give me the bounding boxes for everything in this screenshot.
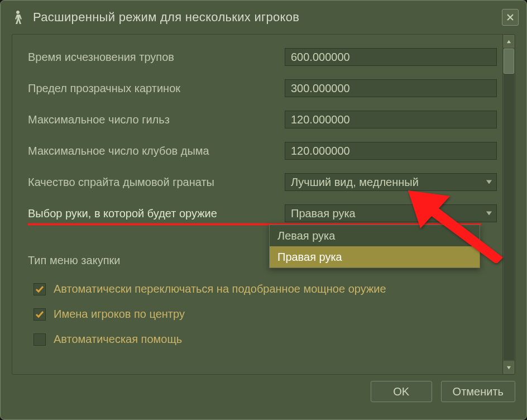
checkbox[interactable] xyxy=(33,333,46,346)
checkbox-label: Имена игроков по центру xyxy=(54,308,185,321)
checkbox[interactable] xyxy=(33,283,46,295)
settings-panel: Время исчезновения трупов600.000000Преде… xyxy=(12,34,515,375)
setting-label: Предел прозрачных картинок xyxy=(28,82,268,95)
content: Время исчезновения трупов600.000000Преде… xyxy=(1,34,526,419)
scroll-down-button[interactable] xyxy=(504,361,514,374)
setting-input[interactable]: 300.000000 xyxy=(285,79,497,97)
setting-select[interactable]: Лучший вид, медленный xyxy=(285,173,497,191)
setting-row: Выбор руки, в которой будет оружиеПравая… xyxy=(28,204,496,222)
setting-label: Время исчезновения трупов xyxy=(28,51,268,64)
close-button[interactable] xyxy=(502,9,519,26)
setting-label: Качество спрайта дымовой гранаты xyxy=(28,176,268,189)
setting-select[interactable]: Правая рука xyxy=(285,204,497,222)
setting-label: Выбор руки, в которой будет оружие xyxy=(28,207,268,220)
setting-row: Время исчезновения трупов600.000000 xyxy=(28,48,496,66)
hand-dropdown[interactable]: Левая рукаПравая рука xyxy=(269,225,480,268)
setting-input[interactable]: 120.000000 xyxy=(285,142,497,160)
dialog-footer: OK Отменить xyxy=(12,375,515,408)
setting-row: Максимальное число клубов дыма120.000000 xyxy=(28,142,496,160)
checkbox-label: Автоматически переключаться на подобранн… xyxy=(54,283,386,295)
settings-window: Расширенный режим для нескольких игроков… xyxy=(0,0,527,420)
setting-input[interactable]: 600.000000 xyxy=(285,48,497,66)
checkbox-label: Автоматическая помощь xyxy=(54,333,182,346)
setting-row: Качество спрайта дымовой гранатыЛучший в… xyxy=(28,173,496,191)
scrollbar[interactable] xyxy=(502,35,515,374)
ok-button[interactable]: OK xyxy=(371,381,432,402)
app-icon xyxy=(11,9,26,25)
scroll-thumb[interactable] xyxy=(504,49,514,74)
checkbox-row: Имена игроков по центру xyxy=(33,308,496,321)
setting-label: Тип меню закупки xyxy=(28,254,120,267)
scroll-track[interactable] xyxy=(504,49,514,360)
cancel-button[interactable]: Отменить xyxy=(441,381,515,402)
checkbox-row: Автоматическая помощь xyxy=(33,333,496,346)
setting-row: Предел прозрачных картинок300.000000 xyxy=(28,79,496,97)
dropdown-option[interactable]: Левая рука xyxy=(270,225,480,246)
dropdown-option[interactable]: Правая рука xyxy=(270,246,480,268)
window-title: Расширенный режим для нескольких игроков xyxy=(33,10,495,25)
scroll-up-button[interactable] xyxy=(504,35,514,47)
setting-input[interactable]: 120.000000 xyxy=(285,111,497,128)
setting-label: Максимальное число гильз xyxy=(28,113,268,126)
setting-label: Максимальное число клубов дыма xyxy=(28,145,268,157)
titlebar: Расширенный режим для нескольких игроков xyxy=(1,1,526,34)
checkbox-row: Автоматически переключаться на подобранн… xyxy=(33,283,496,295)
checkbox[interactable] xyxy=(33,308,46,321)
setting-row: Максимальное число гильз120.000000 xyxy=(28,111,496,128)
